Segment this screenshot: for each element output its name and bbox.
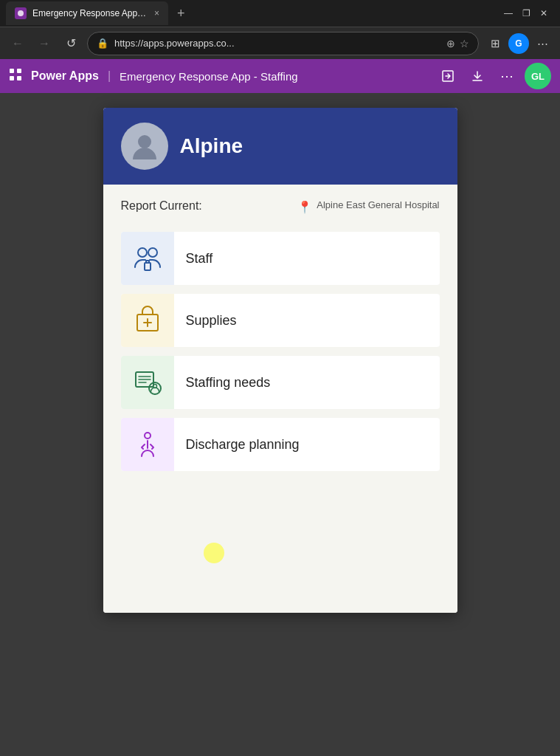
apps-grid-icon[interactable] xyxy=(9,68,22,85)
nav-extra-icons: ⊞ G ⋯ xyxy=(485,33,553,54)
supplies-label: Supplies xyxy=(186,313,237,329)
profile-icon-btn[interactable]: G xyxy=(508,33,529,54)
staff-icon xyxy=(131,242,164,275)
globe-icon[interactable]: ⊕ xyxy=(446,38,455,49)
more-options-pa[interactable]: ⋯ xyxy=(495,64,519,88)
supplies-icon-box xyxy=(121,294,174,347)
window-controls: — ❐ ✕ xyxy=(504,8,554,18)
collections-icon[interactable]: ⊞ xyxy=(485,33,505,54)
browser-profile[interactable]: G xyxy=(508,33,529,54)
avatar-icon xyxy=(128,130,161,162)
browser-chrome: Emergency Response App - Stafi × + — ❐ ✕… xyxy=(0,0,560,93)
location-pin-icon: 📍 xyxy=(297,200,312,214)
title-separator: | xyxy=(108,69,111,83)
app-content: Report Current: 📍 Alpine East General Ho… xyxy=(103,185,457,613)
supplies-menu-item[interactable]: Supplies xyxy=(121,294,440,347)
active-tab[interactable]: Emergency Response App - Stafi × xyxy=(6,1,168,25)
app-header: Alpine xyxy=(103,108,457,185)
close-button[interactable]: ✕ xyxy=(539,8,548,18)
app-wrapper: Alpine Report Current: 📍 Alpine East Gen… xyxy=(0,93,560,628)
address-bar[interactable]: 🔒 https://apps.powerapps.co... ⊕ ☆ xyxy=(87,32,479,55)
refresh-button[interactable]: ↺ xyxy=(61,33,81,54)
report-header: Report Current: 📍 Alpine East General Ho… xyxy=(121,199,440,214)
address-bar-icons: ⊕ ☆ xyxy=(446,38,469,49)
staffing-needs-icon xyxy=(131,366,164,399)
share-icon[interactable] xyxy=(436,64,460,88)
hospital-name: Alpine East General Hospital xyxy=(317,199,439,212)
lock-icon: 🔒 xyxy=(97,38,108,49)
svg-rect-3 xyxy=(10,76,14,80)
svg-point-8 xyxy=(148,248,157,257)
svg-point-7 xyxy=(138,248,147,257)
download-icon[interactable] xyxy=(466,64,489,88)
powerapps-toolbar: Power Apps | Emergency Response App - St… xyxy=(0,59,560,93)
minimize-button[interactable]: — xyxy=(504,8,513,18)
staffing-icon-box xyxy=(121,356,174,409)
maximize-button[interactable]: ❐ xyxy=(522,8,530,18)
discharge-icon-box xyxy=(121,418,174,471)
staffing-needs-menu-item[interactable]: Staffing needs xyxy=(121,356,440,409)
user-avatar xyxy=(121,123,168,170)
report-label: Report Current: xyxy=(121,199,202,213)
svg-rect-4 xyxy=(17,76,21,80)
tab-bar: Emergency Response App - Stafi × + — ❐ ✕ xyxy=(0,0,560,27)
forward-button[interactable]: → xyxy=(34,33,55,54)
discharge-planning-label: Discharge planning xyxy=(186,437,300,453)
svg-point-0 xyxy=(18,10,24,16)
star-icon[interactable]: ☆ xyxy=(460,38,469,49)
svg-point-19 xyxy=(145,433,151,439)
navigation-bar: ← → ↺ 🔒 https://apps.powerapps.co... ⊕ ☆… xyxy=(0,27,560,59)
pa-toolbar-actions: ⋯ GL xyxy=(436,63,551,89)
back-button[interactable]: ← xyxy=(7,33,28,54)
staffing-needs-label: Staffing needs xyxy=(186,375,271,391)
more-options-icon[interactable]: ⋯ xyxy=(532,33,553,54)
app-container: Alpine Report Current: 📍 Alpine East Gen… xyxy=(103,108,457,613)
app-title: Emergency Response App - Staffing xyxy=(120,70,298,83)
staff-icon-box xyxy=(121,232,174,285)
supplies-icon xyxy=(131,304,164,337)
staff-menu-item[interactable]: Staff xyxy=(121,232,440,285)
discharge-planning-icon xyxy=(131,428,164,461)
app-user-name: Alpine xyxy=(180,134,243,158)
svg-rect-9 xyxy=(145,263,151,270)
url-text: https://apps.powerapps.co... xyxy=(114,38,440,49)
staff-label: Staff xyxy=(186,251,213,267)
new-tab-button[interactable]: + xyxy=(171,6,191,21)
menu-list: Staff Supplies xyxy=(121,232,440,471)
svg-rect-2 xyxy=(17,69,21,73)
powerapps-brand: Power Apps xyxy=(31,69,99,83)
cursor-highlight xyxy=(204,543,224,563)
svg-point-6 xyxy=(138,135,151,148)
tab-close-button[interactable]: × xyxy=(154,8,159,18)
discharge-planning-menu-item[interactable]: Discharge planning xyxy=(121,418,440,471)
svg-rect-1 xyxy=(10,69,14,73)
tab-favicon xyxy=(15,7,27,19)
tab-title: Emergency Response App - Stafi xyxy=(32,8,148,18)
hospital-info: 📍 Alpine East General Hospital xyxy=(297,199,439,214)
user-profile-button[interactable]: GL xyxy=(525,63,551,89)
